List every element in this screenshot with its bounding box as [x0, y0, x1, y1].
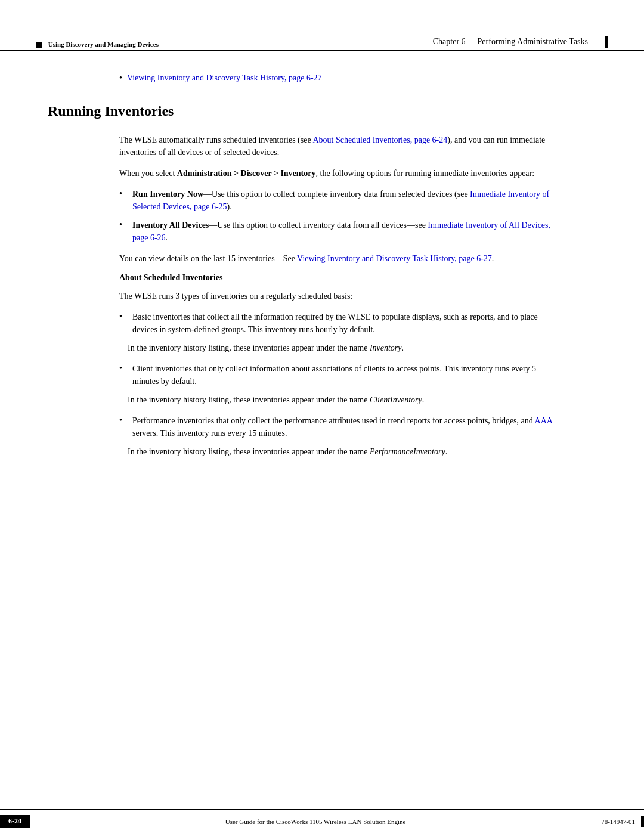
sub-para-3: In the inventory history listing, these …	[119, 445, 561, 458]
bullet-dot-b2: •	[119, 219, 128, 231]
page-number-badge: 6-24	[0, 815, 30, 828]
chapter-label: Chapter 6	[433, 37, 466, 47]
sub-bullet-dot-3: •	[119, 414, 128, 426]
viewing-inventory-link[interactable]: Viewing Inventory and Discovery Task His…	[127, 72, 322, 84]
paragraph-1: The WLSE automatically runs scheduled in…	[48, 134, 596, 159]
breadcrumb-text: Using Discovery and Managing Devices	[48, 41, 159, 48]
paragraph-3: You can view details on the last 15 inve…	[48, 252, 596, 265]
footer-guide-text: User Guide for the CiscoWorks 1105 Wirel…	[42, 818, 589, 825]
sub-bullet-item-2: • Client inventories that only collect i…	[119, 363, 561, 388]
bullet-list-main: • Run Inventory Now—Use this option to c…	[48, 188, 596, 244]
run-inventory-bold: Run Inventory Now	[132, 190, 203, 199]
sub-bullet-2-text: Client inventories that only collect inf…	[132, 363, 561, 388]
sub-para-1: In the inventory history listing, these …	[119, 342, 561, 354]
sub-para-2: In the inventory history listing, these …	[119, 394, 561, 406]
subsection-bullet-list: • Basic inventories that collect all the…	[48, 311, 596, 458]
inventory-name-1: Inventory	[370, 343, 402, 352]
footer-right-bar	[641, 816, 644, 827]
page-header: Using Discovery and Managing Devices Cha…	[0, 0, 644, 51]
main-content: • Viewing Inventory and Discovery Task H…	[0, 51, 644, 490]
header-right: Chapter 6 Performing Administrative Task…	[433, 36, 608, 48]
admin-bold: Administration > Discover > Inventory	[177, 169, 316, 178]
bullet-dot-b1: •	[119, 188, 128, 200]
about-scheduled-link[interactable]: About Scheduled Inventories, page 6-24	[312, 135, 447, 144]
chapter-title: Performing Administrative Tasks	[478, 37, 588, 47]
sub-bullet-item-3: • Performance inventories that only coll…	[119, 414, 561, 439]
subsection-para-1: The WLSE runs 3 types of inventories on …	[48, 290, 596, 302]
paragraph-2: When you select Administration > Discove…	[48, 167, 596, 179]
link-item-1: • Viewing Inventory and Discovery Task H…	[119, 72, 596, 84]
inventory-name-2: ClientInventory	[370, 395, 422, 404]
header-right-bar	[605, 36, 608, 48]
inventory-all-bold: Inventory All Devices	[132, 221, 209, 230]
section-heading: Running Inventories	[48, 103, 596, 122]
viewing-discovery-link[interactable]: Viewing Inventory and Discovery Task His…	[297, 254, 492, 263]
sub-bullet-1-text: Basic inventories that collect all the i…	[132, 311, 561, 336]
subsection-heading: About Scheduled Inventories	[48, 273, 596, 283]
black-square-icon	[36, 42, 42, 48]
footer-doc-number: 78-14947-01	[601, 816, 644, 827]
bullet-item-2-text: Inventory All Devices—Use this option to…	[132, 219, 561, 244]
sub-bullet-item-1: • Basic inventories that collect all the…	[119, 311, 561, 336]
page-footer: 6-24 User Guide for the CiscoWorks 1105 …	[0, 809, 644, 833]
aaa-link[interactable]: AAA	[535, 416, 553, 425]
sub-bullet-dot-1: •	[119, 311, 128, 323]
inventory-name-3: PerformanceInventory	[370, 447, 445, 456]
sub-bullet-dot-2: •	[119, 363, 128, 374]
bullet-dot-1: •	[119, 72, 122, 84]
doc-number-text: 78-14947-01	[601, 818, 635, 825]
bullet-item-1: • Run Inventory Now—Use this option to c…	[119, 188, 561, 213]
link-section: • Viewing Inventory and Discovery Task H…	[48, 63, 596, 103]
header-breadcrumb: Using Discovery and Managing Devices	[36, 41, 159, 48]
bullet-item-1-text: Run Inventory Now—Use this option to col…	[132, 188, 561, 213]
page-container: Using Discovery and Managing Devices Cha…	[0, 0, 644, 833]
sub-bullet-3-text: Performance inventories that only collec…	[132, 414, 561, 439]
bullet-item-2: • Inventory All Devices—Use this option …	[119, 219, 561, 244]
